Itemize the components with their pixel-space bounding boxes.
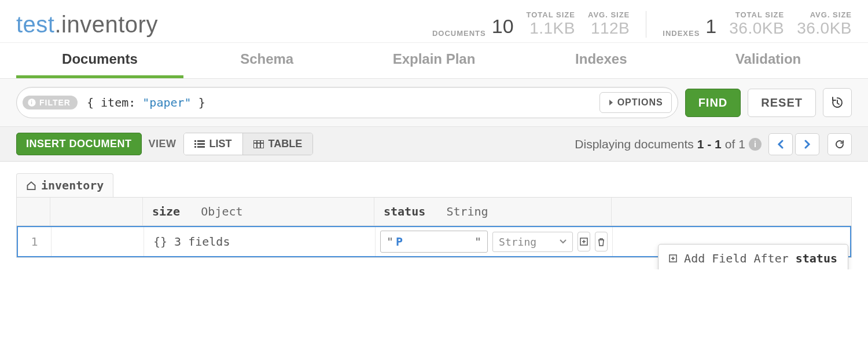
svg-rect-3 xyxy=(197,140,205,142)
tab-schema[interactable]: Schema xyxy=(183,43,351,78)
plus-box-icon xyxy=(669,254,677,262)
database-name: test xyxy=(16,12,54,37)
indexes-stat: INDEXES 1 xyxy=(663,15,716,38)
svg-rect-4 xyxy=(194,143,196,145)
collection-header: test.inventory DOCUMENTS 10 TOTAL SIZE 1… xyxy=(0,0,868,43)
view-table-button[interactable]: TABLE xyxy=(243,133,313,155)
view-toggle: LIST TABLE xyxy=(183,133,314,155)
display-text: Displaying documents 1 - 1 of 1 i xyxy=(575,137,762,151)
add-field-button[interactable] xyxy=(578,232,590,251)
tab-bar: Documents Schema Explain Plan Indexes Va… xyxy=(0,43,868,79)
filter-box[interactable]: i FILTER { item: "paper" } OPTIONS xyxy=(16,87,678,118)
quote-close: " xyxy=(475,235,481,249)
find-button[interactable]: FIND xyxy=(685,89,741,117)
td-size[interactable]: {} 3 fields xyxy=(144,227,376,256)
tab-explain-plan[interactable]: Explain Plan xyxy=(351,43,518,78)
action-bar: INSERT DOCUMENT VIEW LIST TABLE Displayi… xyxy=(0,127,868,162)
th-status-type: String xyxy=(446,205,488,218)
documents-stat: DOCUMENTS 10 xyxy=(432,15,514,38)
history-button[interactable] xyxy=(823,88,852,117)
th-status-name: status xyxy=(384,205,425,218)
view-table-label: TABLE xyxy=(269,138,303,150)
breadcrumb-tab[interactable]: inventory xyxy=(16,173,113,197)
idx-avg-size-value: 36.0KB xyxy=(797,19,852,38)
th-status[interactable]: status String xyxy=(374,198,612,225)
td-empty[interactable] xyxy=(52,227,144,256)
documents-count: 10 xyxy=(492,15,514,38)
breadcrumb-name: inventory xyxy=(41,178,104,192)
doc-avg-size: AVG. SIZE 112B xyxy=(588,10,630,38)
tab-documents[interactable]: Documents xyxy=(16,43,183,78)
collection-name: inventory xyxy=(61,12,158,37)
filter-bar: i FILTER { item: "paper" } OPTIONS FIND … xyxy=(0,79,868,127)
tab-validation[interactable]: Validation xyxy=(685,43,852,78)
filter-q-value: "paper" xyxy=(142,96,191,110)
dot: . xyxy=(54,12,61,37)
td-row-number: 1 xyxy=(18,227,52,256)
th-row-number xyxy=(17,198,50,225)
svg-rect-8 xyxy=(253,140,264,148)
pagination-buttons xyxy=(768,133,852,155)
svg-rect-5 xyxy=(197,143,205,145)
th-size-name: size xyxy=(152,205,180,218)
td-status[interactable]: " P " String xyxy=(376,227,613,256)
delete-field-button[interactable] xyxy=(595,232,608,251)
options-button[interactable]: OPTIONS xyxy=(599,92,672,113)
popover-prefix: Add Field After xyxy=(684,251,796,265)
view-list-button[interactable]: LIST xyxy=(184,133,243,155)
idx-avg-size-label: AVG. SIZE xyxy=(810,10,852,19)
display-prefix: Displaying documents xyxy=(575,137,693,151)
svg-rect-7 xyxy=(197,146,205,148)
quote-open: " xyxy=(387,235,393,249)
plus-box-icon xyxy=(580,238,588,246)
display-range: 1 - 1 xyxy=(697,137,722,151)
options-label: OPTIONS xyxy=(617,97,663,108)
idx-total-size: TOTAL SIZE 36.0KB xyxy=(729,10,784,38)
view-list-label: LIST xyxy=(209,138,232,150)
reset-button[interactable]: RESET xyxy=(748,89,816,117)
filter-q-key: item: xyxy=(101,96,142,110)
trash-icon xyxy=(597,238,605,246)
chevron-left-icon xyxy=(777,140,784,149)
tab-indexes[interactable]: Indexes xyxy=(517,43,685,78)
documents-label: DOCUMENTS xyxy=(432,29,486,38)
table-icon xyxy=(253,140,264,148)
stats-block: DOCUMENTS 10 TOTAL SIZE 1.1KB AVG. SIZE … xyxy=(432,10,852,38)
refresh-icon xyxy=(834,139,845,149)
status-value-input[interactable]: " P " xyxy=(380,231,488,253)
filter-badge: i FILTER xyxy=(23,96,78,110)
filter-query-input[interactable]: { item: "paper" } xyxy=(78,96,599,110)
stats-divider xyxy=(646,11,646,38)
idx-total-size-label: TOTAL SIZE xyxy=(735,10,784,19)
doc-avg-size-value: 112B xyxy=(591,19,630,38)
th-empty xyxy=(50,198,143,225)
indexes-label: INDEXES xyxy=(663,29,700,38)
chevron-right-icon xyxy=(804,140,811,149)
svg-text:i: i xyxy=(31,100,32,105)
display-of: of xyxy=(725,137,735,151)
type-select[interactable]: String xyxy=(492,232,573,252)
th-size[interactable]: size Object xyxy=(143,198,374,225)
display-total: 1 xyxy=(738,137,745,151)
status-value[interactable]: P xyxy=(393,235,475,249)
doc-total-size-value: 1.1KB xyxy=(529,19,575,38)
refresh-button[interactable] xyxy=(827,133,852,155)
th-size-type: Object xyxy=(201,205,242,218)
doc-total-size-label: TOTAL SIZE xyxy=(527,10,575,19)
filter-badge-text: FILTER xyxy=(39,98,71,107)
add-field-popover[interactable]: Add Field After status xyxy=(658,244,848,269)
namespace-title: test.inventory xyxy=(16,12,432,38)
list-icon xyxy=(194,140,205,148)
prev-page-button[interactable] xyxy=(768,133,793,155)
insert-document-button[interactable]: INSERT DOCUMENT xyxy=(16,133,142,155)
view-label: VIEW xyxy=(149,138,176,150)
svg-rect-2 xyxy=(194,140,196,142)
info-icon[interactable]: i xyxy=(749,138,762,151)
th-trailing xyxy=(612,198,851,225)
type-select-label: String xyxy=(499,236,536,248)
indexes-count: 1 xyxy=(705,15,716,38)
caret-down-icon xyxy=(560,239,567,244)
caret-right-icon xyxy=(608,99,614,106)
info-icon: i xyxy=(27,98,36,107)
next-page-button[interactable] xyxy=(795,133,819,155)
